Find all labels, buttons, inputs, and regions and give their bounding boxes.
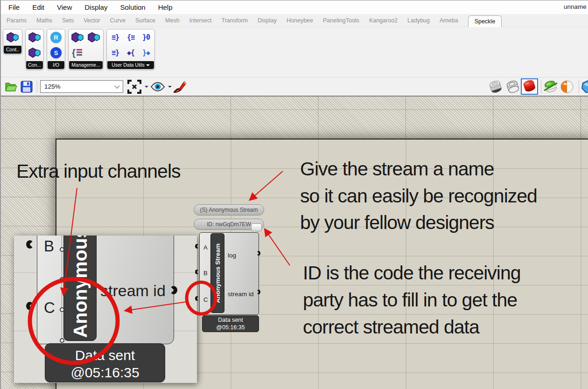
menu-display[interactable]: Display — [84, 3, 107, 11]
output-connector-stream-id[interactable] — [257, 290, 260, 294]
input-label-c: C — [203, 296, 208, 303]
zoomed-sender-tooltip: Data sent @05:16:35 — [45, 343, 165, 382]
tab-intersect[interactable]: Intersect — [189, 17, 212, 24]
glyph: }0 — [142, 33, 150, 42]
tab-curve[interactable]: Curve — [110, 17, 126, 24]
output-connector-log[interactable] — [257, 251, 260, 256]
sender-id-tag-text: ID: nwGqDm7EW — [207, 221, 251, 228]
tab-maths[interactable]: Maths — [36, 17, 52, 24]
tab-panelingtools[interactable]: PanelingTools — [323, 17, 359, 24]
sender-name: Anonymous Stream — [214, 243, 221, 303]
cube-component-icon[interactable] — [28, 46, 41, 59]
receiver-icon[interactable]: R — [49, 31, 63, 44]
tab-mesh[interactable]: Mesh — [165, 17, 180, 24]
tab-vector[interactable]: Vector — [84, 17, 100, 24]
tab-ameba[interactable]: Ameba — [440, 17, 458, 24]
sender-name-tag[interactable]: (S) Anonymous Stream — [194, 204, 264, 215]
group-label: Cont.. — [4, 46, 21, 54]
user-data-icon[interactable]: }0 — [140, 31, 153, 44]
input-connector-a[interactable] — [195, 244, 199, 249]
tab-transform[interactable]: Transform — [222, 17, 248, 24]
cube-component-icon[interactable] — [87, 31, 100, 44]
glyph: ◆{ — [127, 49, 134, 57]
annotation-line: party has to fill in to get the — [303, 286, 521, 313]
tab-surface[interactable]: Surface — [135, 17, 155, 24]
grasshopper-window: File Edit View Display Solution Help unn… — [0, 0, 588, 389]
annotation-line: by your fellow designers — [300, 209, 537, 236]
menu-bar: File Edit View Display Solution Help unn… — [1, 0, 588, 14]
menu-edit[interactable]: Edit — [32, 3, 44, 11]
input-grip[interactable] — [60, 277, 64, 282]
input-connector-c[interactable] — [195, 296, 199, 301]
user-data-icon[interactable]: ≡} — [109, 46, 122, 59]
user-data-icon[interactable]: }◆ — [140, 46, 153, 59]
toolbar-separator — [579, 80, 579, 93]
red-shaded-preview-selected[interactable] — [521, 78, 538, 95]
sender-icon[interactable]: S — [49, 46, 63, 59]
sender-body[interactable]: Anonymous Stream A B C log stream id — [199, 232, 259, 315]
user-data-icon[interactable]: ≡} — [109, 31, 122, 44]
toolbar-separator — [541, 80, 541, 93]
tab-kangaroo2[interactable]: Kangaroo2 — [369, 17, 398, 24]
glyph: {≡ — [127, 33, 134, 42]
annotation-line: correct streamed data — [303, 313, 521, 340]
chevron-down-icon[interactable] — [168, 86, 172, 90]
glyph: ≡} — [112, 33, 119, 42]
input-connector[interactable] — [26, 240, 34, 249]
sender-letter: S — [50, 47, 62, 58]
tooltip-line1: Data sent — [45, 347, 165, 364]
input-grip[interactable] — [60, 338, 64, 343]
blue-solid-preview-icon[interactable] — [581, 80, 588, 95]
tab-sets[interactable]: Sets — [62, 17, 74, 24]
menu-file[interactable]: File — [8, 3, 20, 11]
tab-ladybug[interactable]: Ladybug — [407, 17, 430, 24]
annotation-line: so it can easily be recognized — [300, 183, 537, 210]
group-controller: Cont.. — [3, 29, 22, 55]
cube-component-icon[interactable] — [28, 31, 41, 44]
zoom-extents-icon[interactable] — [127, 79, 142, 96]
sender-name-bar[interactable]: Anonymous Stream — [210, 233, 224, 313]
tab-display[interactable]: Display — [258, 17, 277, 24]
menu-solution[interactable]: Solution — [120, 3, 145, 11]
input-grip[interactable] — [60, 307, 64, 312]
input-grip[interactable] — [60, 247, 64, 252]
zoomed-sender-name-bar[interactable]: Anonymous Stream — [63, 236, 97, 341]
cube-component-icon[interactable] — [71, 31, 84, 44]
cube-component-icon[interactable] — [6, 31, 19, 44]
wireframe-preview-icon[interactable] — [505, 80, 520, 95]
output-label-stream-id: stream id — [100, 282, 166, 300]
annotation-stream-name: Give the stream a name so it can easily … — [300, 156, 537, 236]
tooltip-line1: Data sent — [203, 317, 259, 324]
sketch-redraw-icon[interactable] — [173, 79, 188, 96]
tab-params[interactable]: Params — [7, 17, 27, 24]
input-connector-b[interactable] — [195, 270, 199, 274]
output-connector[interactable] — [170, 286, 177, 294]
zoom-level-combobox[interactable]: 125% — [40, 80, 123, 93]
preview-eye-icon[interactable] — [150, 82, 165, 94]
output-label-log: log — [228, 252, 236, 259]
menu-help[interactable]: Help — [158, 3, 173, 11]
tab-honeybee[interactable]: Honeybee — [287, 17, 313, 24]
group-controllers: Con... — [25, 29, 44, 70]
input-label-b: B — [44, 237, 54, 255]
group-user-data-utils: ≡} {≡ }0 ≡} ◆{ }◆ User Data Utils — [106, 29, 155, 70]
open-file-icon[interactable] — [5, 81, 17, 95]
comment-bubble-icon[interactable] — [251, 223, 262, 231]
menu-view[interactable]: View — [57, 3, 72, 11]
input-label-a: A — [203, 244, 208, 251]
group-label: Manageme... — [69, 61, 103, 69]
input-connector[interactable] — [26, 302, 34, 310]
list-brace-icon[interactable]: { — [71, 46, 84, 59]
disable-preview-icon[interactable] — [543, 80, 558, 95]
save-file-icon[interactable] — [21, 81, 33, 95]
material-preview-icon[interactable] — [560, 80, 574, 96]
chevron-down-icon[interactable] — [146, 64, 150, 68]
chevron-down-icon[interactable] — [145, 86, 148, 90]
sender-name-tag-text: (S) Anonymous Stream — [200, 207, 258, 213]
canvas-toolbar: 125% — [1, 77, 588, 97]
shaded-preview-icon[interactable] — [488, 80, 503, 95]
user-data-icon[interactable]: ◆{ — [124, 46, 137, 59]
tab-speckle-active[interactable]: Speckle — [468, 15, 502, 28]
user-data-icon[interactable]: {≡ — [124, 31, 137, 44]
grasshopper-canvas[interactable]: Anonymous Stream B C stream id Data sent… — [1, 97, 588, 389]
